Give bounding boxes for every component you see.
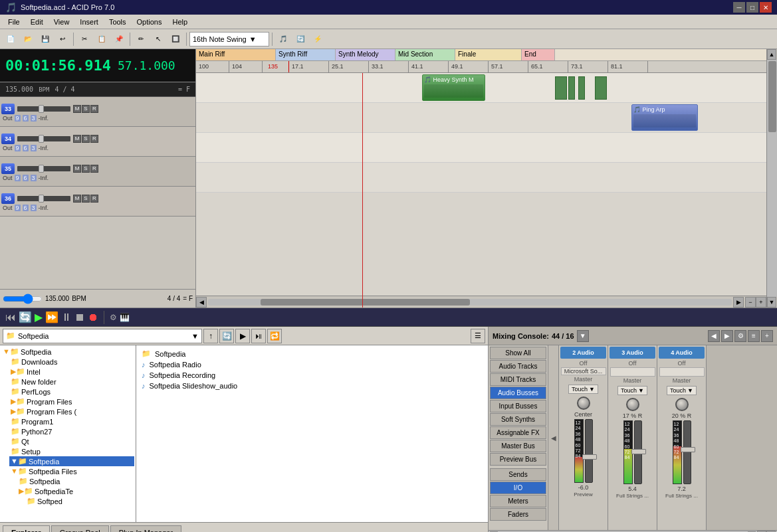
track-lane-3[interactable] (196, 133, 766, 163)
mixing-nav-next[interactable]: ▶ (721, 330, 733, 342)
menu-edit[interactable]: Edit (25, 17, 49, 27)
mixing-fx-button[interactable]: ⚙ (734, 330, 746, 342)
mixing-more-button[interactable]: + (761, 330, 773, 342)
track-fader-1[interactable] (17, 106, 70, 112)
hscroll-track[interactable] (208, 299, 732, 306)
track-arm-4[interactable]: R (90, 195, 98, 203)
track-arm-3[interactable]: R (90, 165, 98, 173)
menu-insert[interactable]: Insert (74, 17, 104, 27)
ch-fader-handle-2[interactable] (631, 449, 646, 454)
transport-stop[interactable]: ⏹ (74, 311, 85, 323)
file-item-slideshow[interactable]: ♪ Softpedia Slideshow_audio (139, 381, 485, 391)
mixing-eq-button[interactable]: ≡ (748, 330, 760, 342)
track-mute-4[interactable]: M (73, 195, 81, 203)
mix-nav-input-busses[interactable]: Input Busses (490, 400, 546, 412)
erase-button[interactable]: 🔲 (167, 32, 183, 46)
hscrollbar-top[interactable]: ◀ ▶ − + (196, 296, 766, 308)
cut-button[interactable]: ✂ (76, 32, 92, 46)
hscroll-thumb[interactable] (261, 299, 470, 306)
clip-green-3[interactable] (578, 76, 585, 100)
tree-item-intel[interactable]: ▶📁 Intel (9, 367, 134, 377)
tree-item-qt[interactable]: 📁 Qt (9, 436, 134, 446)
clip-green-4[interactable] (595, 76, 607, 100)
transport-record[interactable]: ⏺ (88, 311, 98, 323)
transport-midi[interactable]: 🎹 (120, 313, 130, 322)
mix-nav-meters[interactable]: Meters (490, 495, 546, 507)
file-item-softpedia[interactable]: 📁 Softpedia (139, 348, 485, 359)
track-fader-3[interactable] (17, 166, 70, 171)
ch-touch-btn-3[interactable]: Touch ▼ (667, 386, 697, 395)
mix-nav-faders[interactable]: Faders (490, 508, 546, 521)
close-button[interactable]: ✕ (760, 2, 772, 13)
track-mute-3[interactable]: M (73, 165, 81, 173)
paste-button[interactable]: 📌 (111, 32, 127, 46)
mix-nav-audio-busses[interactable]: Audio Busses (490, 387, 546, 399)
transport-play[interactable]: ▶ (35, 311, 43, 323)
transport-loop[interactable]: 🔄 (19, 311, 32, 323)
track-lane-4[interactable] (196, 163, 766, 193)
ch-touch-btn-preview[interactable]: Touch ▼ (568, 385, 598, 394)
tree-item-downloads[interactable]: 📁 Downloads (9, 357, 134, 367)
explorer-refresh-button[interactable]: 🔄 (219, 329, 234, 343)
vscroll-track[interactable] (767, 60, 777, 297)
track-solo-4[interactable]: S (82, 195, 90, 203)
tree-item-perflogs[interactable]: 📁 PerfLogs (9, 387, 134, 397)
tree-item-setup[interactable]: 📁 Setup (9, 446, 134, 456)
mix-nav-show-all[interactable]: Show All (490, 347, 546, 359)
zoom-plus[interactable]: + (756, 297, 766, 308)
ch-fader-3[interactable] (683, 420, 691, 484)
clip-green-2[interactable] (568, 76, 575, 100)
select-button[interactable]: ↖ (150, 32, 166, 46)
ch-fader-handle-preview[interactable] (582, 454, 597, 460)
zoom-minus[interactable]: − (745, 297, 756, 308)
tab-explorer[interactable]: Explorer (3, 525, 50, 532)
track-fader-handle-3[interactable] (39, 165, 44, 173)
mix-nav-assignable-fx[interactable]: Assignable FX (490, 426, 546, 439)
track-fader-handle-2[interactable] (39, 135, 44, 143)
explorer-preview-button[interactable]: ▶ (235, 329, 250, 343)
transport-rewind-start[interactable]: ⏮ (5, 311, 16, 323)
tree-item-python[interactable]: 📁 Python27 (9, 426, 134, 436)
new-button[interactable]: 📄 (3, 32, 19, 46)
file-item-radio[interactable]: ♪ Softpedia Radio (139, 359, 485, 370)
tree-item-program1[interactable]: 📁 Program1 (9, 416, 134, 426)
explorer-view-button[interactable]: ☰ (471, 329, 485, 343)
mix-nav-audio-tracks[interactable]: Audio Tracks (490, 360, 546, 373)
mixing-nav-prev[interactable]: ◀ (708, 330, 720, 342)
tree-item-sp2[interactable]: 📁 Softpedia (17, 476, 134, 486)
mix-nav-midi-tracks[interactable]: MIDI Tracks (490, 373, 546, 386)
track-lane-2[interactable]: 🎵 Ping Arp (196, 103, 766, 133)
file-item-recording[interactable]: ♪ Softpedia Recording (139, 370, 485, 381)
ch-pan-knob-3[interactable] (675, 398, 689, 411)
tree-item-newfolder[interactable]: 📁 New folder (9, 377, 134, 387)
maximize-button[interactable]: □ (746, 2, 758, 13)
tree-item-programfiles2[interactable]: ▶📁 Program Files ( (9, 406, 134, 416)
menu-view[interactable]: View (49, 17, 75, 27)
mix-nav-soft-synths[interactable]: Soft Synths (490, 413, 546, 426)
save-button[interactable]: 💾 (37, 32, 53, 46)
clip-green-1[interactable] (555, 76, 567, 100)
track-fader-2[interactable] (17, 136, 70, 141)
tab-plugin-manager[interactable]: Plug-In Manager (110, 525, 181, 532)
track-arm-2[interactable]: R (90, 135, 98, 143)
tree-item-root[interactable]: ▼📁 Softpedia (1, 347, 134, 357)
track-mute-2[interactable]: M (73, 135, 81, 143)
track-arm-1[interactable]: R (90, 105, 98, 113)
tree-item-softpediafiles[interactable]: ▼📁 Softpedia Files (9, 466, 134, 476)
tempo-slider[interactable] (3, 294, 43, 304)
mix-nav-master-bus[interactable]: Master Bus (490, 440, 546, 452)
track-lane-1[interactable]: 🎵 Heavy Synth M (196, 73, 766, 103)
copy-button[interactable]: 📋 (94, 32, 110, 46)
track-mute-1[interactable]: M (73, 105, 81, 113)
ch-fader-preview[interactable] (585, 419, 593, 483)
record-mode-button[interactable]: ⚡ (310, 32, 326, 46)
explorer-loop-button[interactable]: 🔁 (267, 329, 282, 343)
clip-ping-arp[interactable]: 🎵 Ping Arp (631, 104, 698, 131)
vscroll-down[interactable]: ▼ (767, 297, 776, 308)
transport-pause[interactable]: ⏸ (61, 311, 72, 323)
menu-tools[interactable]: Tools (104, 17, 132, 27)
track-empty-lanes[interactable] (196, 193, 766, 296)
mix-nav-sends[interactable]: Sends (490, 468, 546, 481)
tab-groove-pool[interactable]: Groove Pool (51, 525, 109, 532)
ch-fader-handle-3[interactable] (681, 447, 695, 452)
